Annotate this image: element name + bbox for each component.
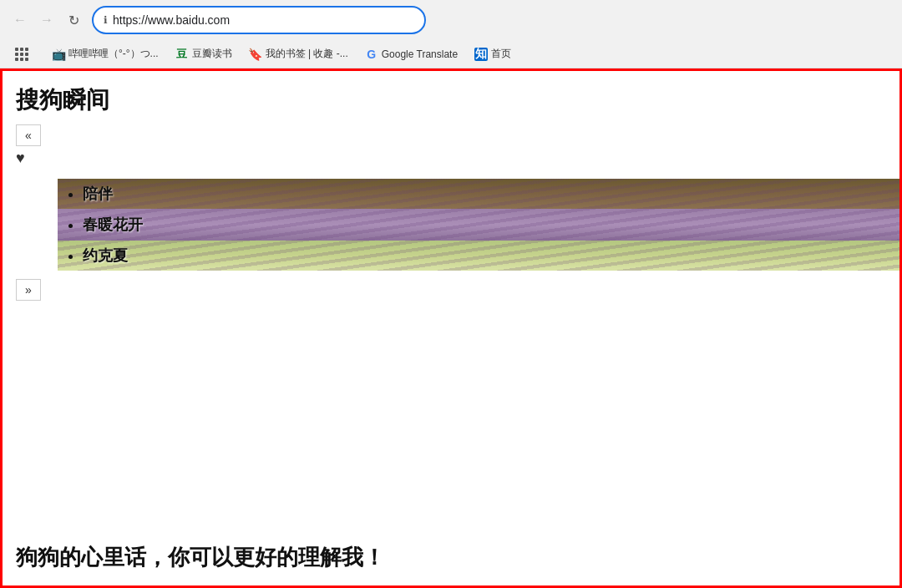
collection-icon: 🔖 (249, 48, 262, 61)
address-input[interactable] (113, 13, 414, 27)
zhihu-icon: 知 (474, 48, 488, 61)
bookmark-douban[interactable]: 豆 豆瓣读书 (169, 43, 239, 64)
section-title: 搜狗瞬间 (3, 71, 899, 124)
prev-button[interactable]: « (16, 124, 41, 146)
bilibili-icon: 📺 (52, 48, 65, 61)
nav-buttons: ← → ↻ (8, 8, 85, 32)
apps-icon (15, 48, 28, 61)
list-item-2: 春暖花开 (83, 215, 902, 235)
apps-button[interactable] (8, 44, 42, 64)
douban-icon: 豆 (175, 48, 189, 61)
bilibili-label: 哔哩哔哩（°-°）つ... (68, 47, 159, 61)
page-content: 搜狗瞬间 « ♥ 陪伴 春暖花开 约克夏 » 狗狗的心里话 (0, 68, 902, 588)
list-overlay: 陪伴 春暖花开 约克夏 (58, 179, 902, 271)
next-button[interactable]: » (16, 279, 41, 301)
google-translate-label: Google Translate (382, 48, 458, 60)
nav-bar: ← → ↻ ℹ (0, 0, 902, 40)
google-translate-icon: G (365, 48, 378, 61)
bookmark-zhihu[interactable]: 知 首页 (468, 43, 518, 64)
list-item-3: 约克夏 (83, 246, 902, 266)
secure-icon: ℹ (104, 14, 108, 26)
refresh-button[interactable]: ↻ (62, 8, 85, 32)
content-area: 陪伴 春暖花开 约克夏 (3, 170, 899, 279)
bookmarks-bar: 📺 哔哩哔哩（°-°）つ... 豆 豆瓣读书 🔖 我的书签 | 收趣 -... … (0, 40, 902, 68)
list-item-1: 陪伴 (83, 184, 902, 204)
zhihu-label: 首页 (491, 47, 511, 61)
collection-label: 我的书签 | 收趣 -... (266, 47, 348, 61)
bookmark-collection[interactable]: 🔖 我的书签 | 收趣 -... (242, 43, 355, 64)
douban-label: 豆瓣读书 (192, 47, 232, 61)
address-bar-wrap[interactable]: ℹ (92, 6, 426, 34)
bookmark-google-translate[interactable]: G Google Translate (358, 44, 464, 64)
bottom-text: 狗狗的心里话，你可以更好的理解我！ (16, 543, 385, 572)
bookmark-bilibili[interactable]: 📺 哔哩哔哩（°-°）つ... (45, 43, 165, 64)
forward-button[interactable]: → (35, 8, 58, 32)
image-container: 陪伴 春暖花开 约克夏 (58, 179, 902, 271)
back-button[interactable]: ← (8, 8, 32, 32)
heart-icon: ♥ (3, 146, 899, 170)
browser-chrome: ← → ↻ ℹ 📺 哔哩哔哩（°-°）つ... 豆 豆瓣读书 (0, 0, 902, 68)
